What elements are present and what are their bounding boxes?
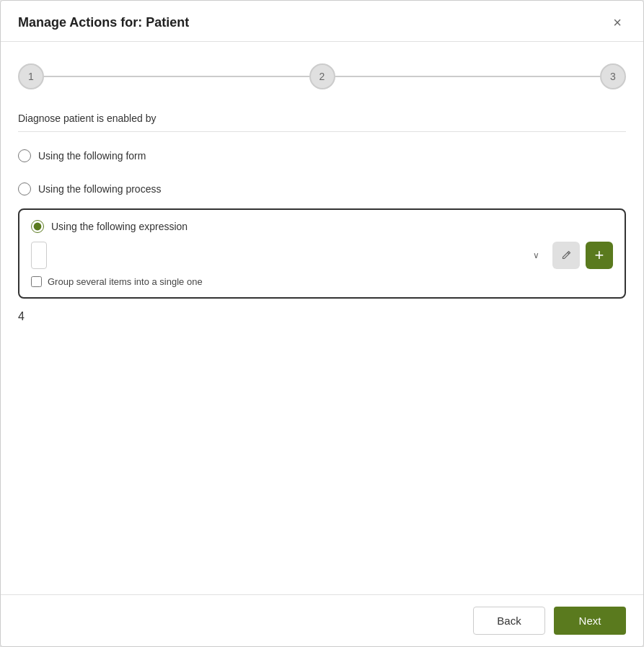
radio-form-input[interactable] [18, 149, 31, 162]
step-3: 3 [600, 63, 626, 89]
back-button[interactable]: Back [473, 607, 545, 635]
dialog-footer: Back Next [1, 594, 643, 646]
group-checkbox-label: Group several items into a single one [48, 276, 203, 287]
radio-option-process[interactable]: Using the following process [18, 172, 626, 206]
dialog-header: Manage Actions for: Patient × [1, 1, 643, 42]
radio-expression-label: Using the following expression [51, 221, 188, 232]
group-checkbox-row: Group several items into a single one [31, 276, 613, 287]
expression-select-wrapper [31, 242, 547, 269]
close-button[interactable]: × [609, 14, 626, 31]
section-label: Diagnose patient is enabled by [18, 113, 626, 132]
step-2: 2 [309, 63, 335, 89]
dialog-title: Manage Actions for: Patient [18, 15, 189, 30]
dialog-body: 1 2 3 Diagnose patient is enabled by Usi… [1, 42, 643, 594]
radio-option-expression[interactable]: Using the following expression [31, 220, 613, 242]
step-line-2 [335, 76, 601, 77]
group-checkbox[interactable] [31, 276, 42, 287]
add-button[interactable]: + [586, 242, 613, 269]
manage-actions-dialog: Manage Actions for: Patient × 1 2 3 Diag… [0, 0, 644, 647]
radio-process-label: Using the following process [38, 183, 161, 195]
selected-option-box: Using the following expression + [18, 208, 626, 299]
step-line-1 [44, 76, 309, 77]
radio-expression-input[interactable] [31, 220, 44, 233]
radio-process-input[interactable] [18, 182, 31, 195]
next-button[interactable]: Next [554, 607, 626, 635]
radio-option-form[interactable]: Using the following form [18, 139, 626, 172]
stepper: 1 2 3 [18, 63, 626, 89]
expression-row: + [31, 242, 613, 269]
edit-button[interactable] [552, 242, 580, 269]
step-number-label: 4 [18, 310, 626, 323]
radio-form-label: Using the following form [38, 150, 146, 162]
expression-select[interactable] [31, 242, 47, 269]
pencil-icon [560, 250, 572, 261]
step-1: 1 [18, 63, 44, 89]
